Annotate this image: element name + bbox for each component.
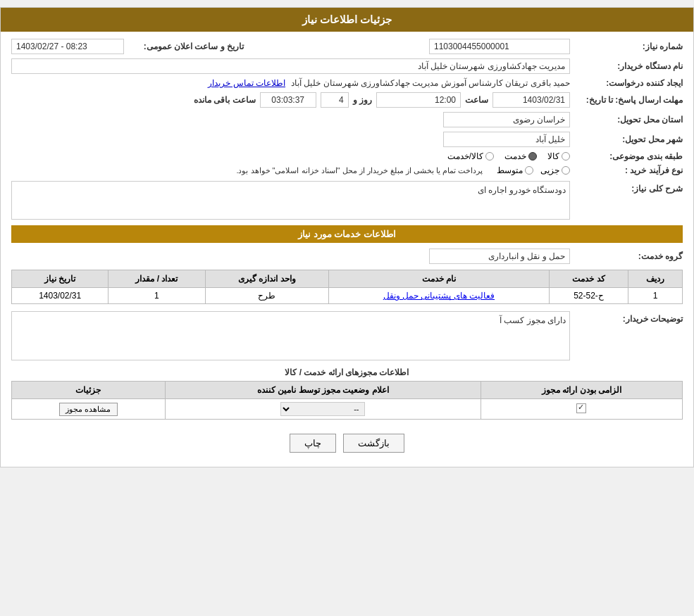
shahr-value: خلیل آباد (443, 132, 570, 147)
mojoz-elzami-cell (481, 399, 682, 420)
mojoz-eelam-cell: -- (165, 399, 481, 420)
ostan-row: استان محل تحویل: خراسان رضوی (11, 112, 683, 127)
ijadKonande-name: حمید باقری تریقان کارشناس آموزش مدیریت ج… (291, 78, 570, 88)
sharhKolli-row: شرح کلی نیاز: دودستگاه خودرو اجاره ای (11, 181, 683, 220)
ijadKonande-link[interactable]: اطلاعات تماس خریدار (208, 78, 285, 88)
services-table: ردیف کد خدمت نام خدمت واحد اندازه گیری ت… (11, 270, 683, 304)
tabaqe-khadamat-item[interactable]: خدمت (504, 151, 537, 161)
noFarayand-motavaset-item[interactable]: متوسط (497, 165, 533, 175)
shomareNiaz-label: شماره نیاز: (570, 42, 683, 51)
tabaqe-kala-khadamat-label: کالا/خدمت (447, 151, 483, 161)
noFarayand-label: نوع فرآیند خرید : (570, 165, 683, 175)
shomareNiaz-row: شماره نیاز: 1103004455000001 تاریخ و ساع… (11, 39, 683, 54)
sharhKolli-text: دودستگاه خودرو اجاره ای (478, 185, 566, 195)
page-header: جزئیات اطلاعات نیاز (1, 8, 693, 32)
mohlatMande-label: ساعت باقی مانده (194, 95, 256, 105)
tabaqe-kala-khadamat-radio[interactable] (485, 152, 494, 161)
ostan-value: خراسان رضوی (443, 112, 570, 127)
shahr-label: شهر محل تحویل: (570, 134, 683, 144)
mohlatErsalPasokh-row: مهلت ارسال پاسخ: تا تاریخ: 1403/02/31 سا… (11, 92, 683, 108)
noFarayand-motavaset-label: متوسط (497, 165, 523, 175)
print-button[interactable]: چاپ (290, 434, 336, 453)
tabaqe-kala-radio[interactable] (562, 152, 570, 161)
shomareNiaz-value: 1103004455000001 (429, 39, 570, 54)
mohlatRoz-value: 4 (321, 92, 349, 108)
tozihat-value: دارای مجوز کسب آ (11, 311, 570, 360)
mojoz-section-title: اطلاعات مجوزهای ارائه خدمت / کالا (11, 367, 683, 377)
ijadKonande-label: ایجاد کننده درخواست: (570, 78, 683, 88)
mojoz-col-eelam: اعلام وضعیت مجوز توسط نامین کننده (165, 382, 481, 399)
page-title: جزئیات اطلاعات نیاز (302, 13, 392, 25)
tarikh-value: 1403/02/27 - 08:23 (11, 39, 124, 54)
noFarayand-options: جزیی متوسط پرداخت تمام یا بخشی از مبلغ خ… (236, 165, 570, 175)
noFarayand-jozi-item[interactable]: جزیی (540, 165, 570, 175)
col-kodKhadamat: کد خدمت (549, 270, 628, 288)
services-section-title: اطلاعات خدمات مورد نیاز (298, 229, 396, 239)
tabaqe-kala-khadamat-item[interactable]: کالا/خدمت (447, 151, 494, 161)
sharhKolli-value: دودستگاه خودرو اجاره ای (11, 181, 570, 220)
col-tarikh: تاریخ نیاز (12, 270, 109, 288)
noFarayand-text: پرداخت تمام یا بخشی از مبلغ خریدار از مح… (236, 166, 483, 175)
mojoz-table: الزامی بودن ارائه مجوز اعلام وضعیت مجوز … (11, 381, 683, 420)
services-cell-radif: 1 (628, 288, 683, 304)
services-cell-vahed: طرح (205, 288, 329, 304)
noFarayand-jozi-radio[interactable] (562, 166, 570, 175)
mojoz-joziat-cell: مشاهده مجوز (12, 399, 166, 420)
services-table-row: 1ح-52-52فعالیت های پشتیبانی حمل ونقلطرح1… (12, 288, 683, 304)
groheKhadamat-label: گروه خدمت: (570, 251, 683, 261)
mohlatErsalPasokh-label: مهلت ارسال پاسخ: تا تاریخ: (570, 95, 683, 105)
mohlatSaat-label: ساعت (465, 95, 488, 105)
tarikh-label: تاریخ و ساعت اعلان عمومی: (124, 42, 244, 51)
tozihat-row: توضیحات خریدار: دارای مجوز کسب آ (11, 311, 683, 360)
mohlatSaat-value: 12:00 (376, 92, 461, 108)
tabaqe-khadamat-radio[interactable] (528, 152, 537, 161)
noFarayand-jozi-label: جزیی (540, 165, 559, 175)
col-vahed: واحد اندازه گیری (205, 270, 329, 288)
tabaqe-label: طبقه بندی موضوعی: (570, 151, 683, 161)
groheKhadamat-value: حمل و نقل و انبارداری (429, 249, 570, 264)
namDastgah-label: نام دستگاه خریدار: (570, 61, 683, 71)
services-cell-namKhadamat[interactable]: فعالیت های پشتیبانی حمل ونقل (329, 288, 549, 304)
back-button[interactable]: بازگشت (343, 434, 404, 453)
tabaqe-options: کالا خدمت کالا/خدمت (447, 151, 570, 161)
mojoz-col-elzami: الزامی بودن ارائه مجوز (481, 382, 682, 399)
mohlatMande-value: 03:03:37 (260, 92, 316, 108)
mojoz-elzami-checkbox[interactable] (576, 403, 586, 413)
col-tedad: تعداد / مقدار (109, 270, 205, 288)
services-cell-tedad: 1 (109, 288, 205, 304)
namDastgah-value: مدیریت جهادکشاورزی شهرستان خلیل آباد (11, 58, 570, 74)
mohlatRoz-label: روز و (353, 95, 372, 105)
mojoz-table-row: -- مشاهده مجوز (12, 399, 683, 420)
services-table-header-row: ردیف کد خدمت نام خدمت واحد اندازه گیری ت… (12, 270, 683, 288)
col-namKhadamat: نام خدمت (329, 270, 549, 288)
button-row: بازگشت چاپ (11, 434, 683, 453)
tabaqe-kala-item[interactable]: کالا (547, 151, 570, 161)
mojoz-eelam-select[interactable]: -- (280, 402, 365, 416)
noFarayand-row: نوع فرآیند خرید : جزیی متوسط پرداخت تمام… (11, 165, 683, 175)
mojoz-view-button[interactable]: مشاهده مجوز (59, 403, 117, 416)
sharhKolli-label: شرح کلی نیاز: (570, 184, 683, 194)
services-cell-kodKhadamat: ح-52-52 (549, 288, 628, 304)
ostan-label: استان محل تحویل: (570, 115, 683, 125)
shahr-row: شهر محل تحویل: خلیل آباد (11, 132, 683, 147)
ijadKonande-row: ایجاد کننده درخواست: حمید باقری تریقان ک… (11, 78, 683, 88)
tabaqe-row: طبقه بندی موضوعی: کالا خدمت کالا/خدمت (11, 151, 683, 161)
services-cell-tarikh: 1403/02/31 (12, 288, 109, 304)
tozihat-label: توضیحات خریدار: (570, 314, 683, 324)
mojoz-col-joziat: جزئیات (12, 382, 166, 399)
mohlatDate-value: 1403/02/31 (492, 92, 570, 108)
services-section-header: اطلاعات خدمات مورد نیاز (11, 225, 683, 243)
groheKhadamat-row: گروه خدمت: حمل و نقل و انبارداری (11, 249, 683, 264)
tabaqe-kala-label: کالا (547, 151, 559, 161)
namDastgah-row: نام دستگاه خریدار: مدیریت جهادکشاورزی شه… (11, 58, 683, 74)
noFarayand-motavaset-radio[interactable] (525, 166, 533, 175)
tabaqe-khadamat-label: خدمت (504, 151, 526, 161)
col-radif: ردیف (628, 270, 683, 288)
tozihat-text: دارای مجوز کسب آ (500, 315, 566, 325)
mojoz-table-header-row: الزامی بودن ارائه مجوز اعلام وضعیت مجوز … (12, 382, 683, 399)
